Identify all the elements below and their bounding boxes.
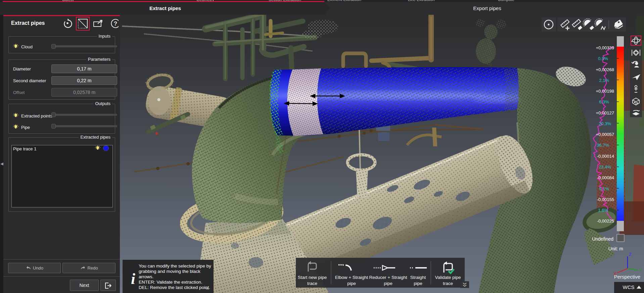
svg-text:trace: trace bbox=[443, 281, 453, 286]
svg-text:-0,00225: -0,00225 bbox=[597, 218, 614, 224]
svg-text:Reducer + Straight: Reducer + Straight bbox=[369, 275, 407, 280]
svg-text:Undefined: Undefined bbox=[592, 236, 613, 242]
svg-text:Straight: Straight bbox=[410, 275, 426, 280]
svg-text:pipe: pipe bbox=[384, 281, 393, 286]
svg-text:6,3%: 6,3% bbox=[599, 99, 609, 104]
svg-text:+0,00127: +0,00127 bbox=[596, 110, 614, 115]
svg-text:20,3%: 20,3% bbox=[599, 121, 611, 126]
svg-text:9,1%: 9,1% bbox=[599, 186, 609, 191]
svg-text:Unit: m: Unit: m bbox=[608, 246, 623, 251]
svg-text:DEL: Remove the last clicked p: DEL: Remove the last clicked point. bbox=[139, 285, 210, 290]
svg-text:WCS: WCS bbox=[623, 284, 635, 290]
svg-text:-0,00084: -0,00084 bbox=[597, 175, 614, 180]
svg-text:2,1%: 2,1% bbox=[599, 78, 609, 83]
svg-text:-0,00155: -0,00155 bbox=[597, 197, 614, 202]
svg-text:i: i bbox=[131, 270, 135, 287]
svg-text:+0,00198: +0,00198 bbox=[596, 89, 614, 94]
svg-text:?: ? bbox=[114, 20, 117, 27]
svg-text:ENTER: Validate the extraction: ENTER: Validate the extraction. bbox=[139, 280, 202, 285]
svg-text:23,4%: 23,4% bbox=[599, 164, 611, 169]
svg-text:+0,00339: +0,00339 bbox=[596, 45, 614, 50]
svg-text:Elbow + Straight: Elbow + Straight bbox=[335, 275, 368, 280]
svg-text:-0,00014: -0,00014 bbox=[597, 154, 614, 159]
svg-text:You can modify the selected pi: You can modify the selected pipe by bbox=[139, 263, 211, 268]
svg-text:Y: Y bbox=[639, 268, 642, 273]
svg-text:pipe: pipe bbox=[414, 281, 422, 286]
svg-text:arrows.: arrows. bbox=[139, 274, 153, 279]
svg-text:grabbing and moving the black: grabbing and moving the black bbox=[139, 269, 200, 274]
svg-text:1,6%: 1,6% bbox=[598, 208, 608, 213]
svg-text:36,7%: 36,7% bbox=[597, 143, 609, 148]
svg-text:Perspective: Perspective bbox=[614, 274, 640, 280]
svg-text:Start new pipe: Start new pipe bbox=[298, 275, 327, 280]
svg-text:«: « bbox=[206, 285, 209, 291]
svg-text:trace: trace bbox=[307, 281, 317, 286]
svg-text:+0,00268: +0,00268 bbox=[596, 67, 614, 72]
svg-text:Z: Z bbox=[629, 252, 632, 257]
svg-text:+0,00057: +0,00057 bbox=[596, 132, 614, 137]
svg-text:0,5%: 0,5% bbox=[598, 56, 608, 61]
svg-text:pipe: pipe bbox=[347, 281, 356, 286]
svg-text:Validate pipe: Validate pipe bbox=[435, 275, 461, 280]
